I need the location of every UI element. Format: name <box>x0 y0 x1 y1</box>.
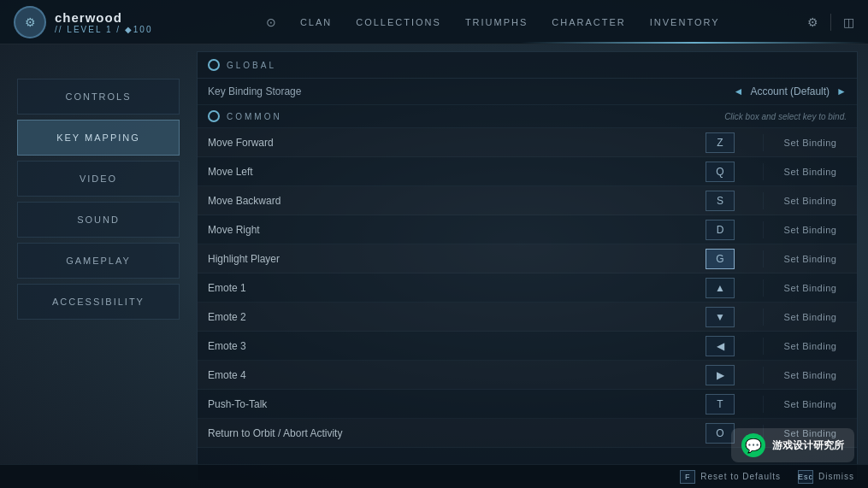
binding-set-cell: Set Binding <box>763 367 857 384</box>
key-box[interactable]: ▶ <box>706 365 735 385</box>
nav-menu: ⊙ CLAN COLLECTIONS TRIUMPHS CHARACTER IN… <box>178 14 807 31</box>
common-icon <box>208 110 220 122</box>
storage-value: Account (Default) <box>750 85 830 97</box>
common-section-header: COMMON Click box and select key to bind. <box>198 105 857 128</box>
sidebar-item-sound[interactable]: SOUND <box>17 202 180 238</box>
binding-key-cell: Z <box>677 132 763 153</box>
storage-label: Key Binding Storage <box>208 85 734 97</box>
active-indicator <box>0 42 868 44</box>
set-binding-button[interactable]: Set Binding <box>777 279 844 297</box>
navbar-divider <box>830 14 831 31</box>
global-section-header: GLOBAL <box>198 52 857 79</box>
storage-next-btn[interactable]: ► <box>836 85 847 97</box>
logo-icon: ⚙ <box>14 6 46 38</box>
nav-inventory[interactable]: INVENTORY <box>650 14 720 31</box>
binding-key-cell: Q <box>677 162 763 182</box>
sidebar-item-gameplay[interactable]: GAMEPLAY <box>17 243 180 279</box>
common-title: COMMON <box>227 112 282 121</box>
binding-row: Highlight PlayerGSet Binding <box>198 244 857 273</box>
binding-row: Push-To-TalkTSet Binding <box>198 390 857 419</box>
binding-set-cell: Set Binding <box>763 250 857 268</box>
binding-row: Emote 1▲Set Binding <box>198 273 857 303</box>
reset-action[interactable]: F Reset to Defaults <box>680 470 781 484</box>
map-icon[interactable]: ⊙ <box>266 15 276 29</box>
dismiss-label: Dismiss <box>818 472 854 481</box>
sidebar-item-video[interactable]: VIDEO <box>17 161 180 197</box>
set-binding-button[interactable]: Set Binding <box>777 338 844 355</box>
binding-set-cell: Set Binding <box>763 163 857 180</box>
binding-row: Emote 2▼Set Binding <box>198 303 857 332</box>
binding-name: Emote 3 <box>208 340 677 352</box>
global-icon <box>208 59 220 71</box>
binding-key-cell: ◀ <box>677 336 763 356</box>
set-binding-button[interactable]: Set Binding <box>777 367 844 384</box>
binding-set-cell: Set Binding <box>763 221 857 238</box>
key-box[interactable]: ▲ <box>706 278 735 298</box>
nav-collections[interactable]: COLLECTIONS <box>356 14 441 31</box>
key-box[interactable]: G <box>706 249 735 269</box>
set-binding-button[interactable]: Set Binding <box>777 309 844 326</box>
binding-name: Emote 2 <box>208 311 677 323</box>
settings-icon[interactable]: ⚙ <box>807 15 818 29</box>
nav-clan[interactable]: CLAN <box>300 14 332 31</box>
bottom-bar: F Reset to Defaults Esc Dismiss <box>0 464 868 488</box>
set-binding-button[interactable]: Set Binding <box>777 396 844 413</box>
sidebar-item-controls[interactable]: CONTROLS <box>17 79 180 115</box>
key-box[interactable]: ◀ <box>706 336 735 356</box>
nav-triumphs[interactable]: TRIUMPHS <box>465 14 528 31</box>
binding-set-cell: Set Binding <box>763 279 857 297</box>
common-hint: Click box and select key to bind. <box>724 112 847 121</box>
storage-prev-btn[interactable]: ◄ <box>734 85 744 97</box>
key-box[interactable]: O <box>706 423 735 444</box>
binding-row: Move ForwardZSet Binding <box>198 128 857 157</box>
set-binding-button[interactable]: Set Binding <box>777 250 844 268</box>
binding-key-cell: T <box>677 394 763 415</box>
binding-name: Emote 4 <box>208 369 677 381</box>
binding-row: Emote 3◀Set Binding <box>198 332 857 361</box>
binding-name: Move Left <box>208 166 677 178</box>
binding-name: Emote 1 <box>208 282 677 294</box>
content-area: GLOBAL Key Binding Storage ◄ Account (De… <box>197 44 868 488</box>
set-binding-button[interactable]: Set Binding <box>777 163 844 180</box>
set-binding-button[interactable]: Set Binding <box>777 134 844 151</box>
binding-row: Move LeftQSet Binding <box>198 157 857 186</box>
key-box[interactable]: ▼ <box>706 307 735 327</box>
binding-name: Move Right <box>208 224 677 236</box>
navbar-actions: ⚙ ◫ <box>807 14 854 31</box>
dismiss-action[interactable]: Esc Dismiss <box>798 470 854 484</box>
watermark: 💬 游戏设计研究所 <box>731 428 854 462</box>
key-box[interactable]: Q <box>706 162 735 182</box>
binding-key-cell: S <box>677 191 763 211</box>
binding-set-cell: Set Binding <box>763 134 857 151</box>
watermark-text: 游戏设计研究所 <box>772 438 844 453</box>
set-binding-button[interactable]: Set Binding <box>777 192 844 209</box>
key-box[interactable]: D <box>706 220 735 240</box>
main-content: CONTROLS KEY MAPPING VIDEO SOUND GAMEPLA… <box>0 44 868 488</box>
sidebar-item-key-mapping[interactable]: KEY MAPPING <box>17 120 180 156</box>
binding-set-cell: Set Binding <box>763 396 857 413</box>
binding-key-cell: ▲ <box>677 278 763 298</box>
dismiss-key: Esc <box>798 470 813 484</box>
sidebar-item-accessibility[interactable]: ACCESSIBILITY <box>17 284 180 320</box>
binding-name: Return to Orbit / Abort Activity <box>208 427 677 439</box>
global-title: GLOBAL <box>227 61 276 70</box>
set-binding-button[interactable]: Set Binding <box>777 221 844 238</box>
reset-label: Reset to Defaults <box>700 472 781 481</box>
settings-panel: GLOBAL Key Binding Storage ◄ Account (De… <box>197 51 858 481</box>
profile-icon[interactable]: ◫ <box>843 15 854 29</box>
binding-name: Move Backward <box>208 195 677 207</box>
binding-name: Move Forward <box>208 137 677 149</box>
key-box[interactable]: Z <box>706 132 735 153</box>
logo[interactable]: ⚙ cherwood // LEVEL 1 / ◆100 <box>14 6 152 38</box>
logo-level: // LEVEL 1 / ◆100 <box>55 25 152 34</box>
storage-control: ◄ Account (Default) ► <box>734 85 847 97</box>
nav-character[interactable]: CHARACTER <box>552 14 625 31</box>
key-box[interactable]: T <box>706 394 735 415</box>
binding-name: Push-To-Talk <box>208 398 677 410</box>
common-left: COMMON <box>208 110 282 122</box>
binding-set-cell: Set Binding <box>763 309 857 326</box>
reset-key: F <box>680 470 695 484</box>
key-box[interactable]: S <box>706 191 735 211</box>
binding-key-cell: D <box>677 220 763 240</box>
binding-row: Move BackwardSSet Binding <box>198 186 857 215</box>
